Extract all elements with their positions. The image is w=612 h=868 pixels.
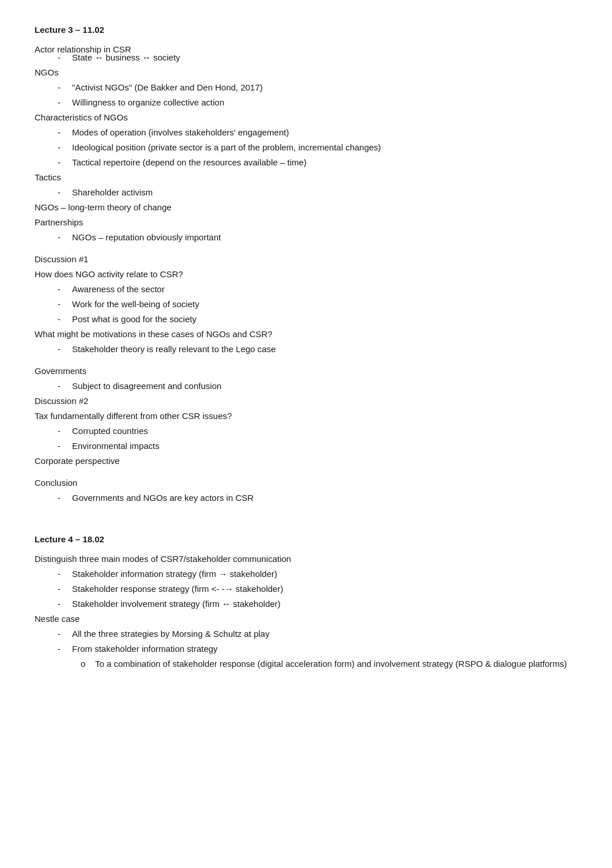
char-item-text: Tactical repertoire (depend on the resou… [72,156,307,169]
dash-icon: - [58,312,69,326]
char-item-0: - Modes of operation (involves stakehold… [35,126,577,139]
corporate-perspective: Corporate perspective [35,454,577,468]
ngos-item-0: - "Activist NGOs" (De Bakker and Den Hon… [35,81,577,95]
governments-item-0: - Subject to disagreement and confusion [35,379,577,393]
dash-icon: - [58,156,69,169]
conclusion-heading: Conclusion [35,476,577,490]
tactics-item-text: Shareholder activism [72,186,153,199]
dash-icon: - [58,141,69,154]
discussion1-item-2: - Post what is good for the society [35,312,577,326]
distinguish-item-1: - Stakeholder response strategy (firm <-… [35,582,577,596]
partnerships-item-text: NGOs – reputation obviously important [72,231,221,244]
dash-icon: - [58,297,69,311]
dash-icon: - [58,597,69,611]
governments-heading: Governments [35,364,577,378]
lecture4-section: Lecture 4 – 18.02 Distinguish three main… [35,533,577,671]
governments-item-text: Subject to disagreement and confusion [72,379,221,393]
dash-icon: - [58,96,69,110]
dash-icon: - [58,81,69,95]
discussion2-question: Tax fundamentally different from other C… [35,409,577,423]
discussion2-item-text: Corrupted countries [72,424,148,438]
partnerships-item-0: - NGOs – reputation obviously important [35,231,577,244]
lecture4-heading: Lecture 4 – 18.02 [35,533,577,546]
motivation-item-text: Stakeholder theory is really relevant to… [72,342,276,356]
nestle-sub-item-text: To a combination of stakeholder response… [95,657,567,671]
dash-icon: - [58,491,69,505]
distinguish-item-2: - Stakeholder involvement strategy (firm… [35,597,577,611]
dash-icon: - [58,627,69,641]
discussion1-heading: Discussion #1 [35,252,577,266]
char-item-text: Ideological position (private sector is … [72,141,381,154]
distinguish-item-text: Stakeholder response strategy (firm <- -… [72,582,283,596]
conclusion-item-0: - Governments and NGOs are key actors in… [35,491,577,505]
distinguish-item-0: - Stakeholder information strategy (firm… [35,567,577,581]
discussion2-item-text: Environmental impacts [72,439,160,453]
motivation-question: What might be motivations in these cases… [35,327,577,341]
discussion2-heading: Discussion #2 [35,394,577,408]
ngos-change: NGOs – long-term theory of change [35,201,577,214]
dash-icon: - [58,51,69,65]
tactics-item-0: - Shareholder activism [35,186,577,199]
discussion1-item-text: Work for the well-being of society [72,297,199,311]
nestle-sub-item-0: o To a combination of stakeholder respon… [35,657,577,671]
partnerships-heading: Partnerships [35,216,577,229]
nestle-item-0: - All the three strategies by Morsing & … [35,627,577,641]
discussion1-question: How does NGO activity relate to CSR? [35,267,577,281]
ngos-item-text: "Activist NGOs" (De Bakker and Den Hond,… [72,81,263,95]
discussion1-item-0: - Awareness of the sector [35,282,577,296]
lecture3-section: Lecture 3 – 11.02 Actor relationship in … [35,23,577,505]
char-heading: Characteristics of NGOs [35,111,577,124]
distinguish-text: Distinguish three main modes of CSR7/sta… [35,552,577,566]
char-item-text: Modes of operation (involves stakeholder… [72,126,289,139]
motivation-item-0: - Stakeholder theory is really relevant … [35,342,577,356]
nestle-item-text: From stakeholder information strategy [72,642,218,656]
dash-icon: - [58,582,69,596]
discussion1-item-text: Awareness of the sector [72,282,165,296]
dash-icon: - [58,424,69,438]
char-item-1: - Ideological position (private sector i… [35,141,577,154]
dash-icon: - [58,567,69,581]
actor-relationship: Actor relationship in CSR [35,43,577,50]
ngos-item-text: Willingness to organize collective actio… [72,96,224,110]
char-item-2: - Tactical repertoire (depend on the res… [35,156,577,169]
ngos-item-1: - Willingness to organize collective act… [35,96,577,110]
dash-icon: - [58,282,69,296]
dash-icon: - [58,186,69,199]
discussion2-item-1: - Environmental impacts [35,439,577,453]
nestle-item-1: - From stakeholder information strategy [35,642,577,656]
distinguish-item-text: Stakeholder involvement strategy (firm ↔… [72,597,281,611]
dash-icon: - [58,231,69,244]
dash-icon: - [58,642,69,656]
tactics-heading: Tactics [35,171,577,184]
dash-icon: - [58,379,69,393]
dash-icon: - [58,126,69,139]
lecture3-heading: Lecture 3 – 11.02 [35,23,577,37]
dash-icon: - [58,439,69,453]
discussion1-item-1: - Work for the well-being of society [35,297,577,311]
nestle-item-text: All the three strategies by Morsing & Sc… [72,627,270,641]
distinguish-item-text: Stakeholder information strategy (firm →… [72,567,277,581]
bullet-icon: o [81,657,92,671]
nestle-heading: Nestle case [35,612,577,626]
conclusion-item-text: Governments and NGOs are key actors in C… [72,491,254,505]
discussion1-item-text: Post what is good for the society [72,312,197,326]
dash-icon: - [58,342,69,356]
state-line-item: - State ↔ business ↔ society [35,51,577,65]
ngos-heading: NGOs [35,66,577,80]
discussion2-item-0: - Corrupted countries [35,424,577,438]
state-line-text: State ↔ business ↔ society [72,51,180,65]
